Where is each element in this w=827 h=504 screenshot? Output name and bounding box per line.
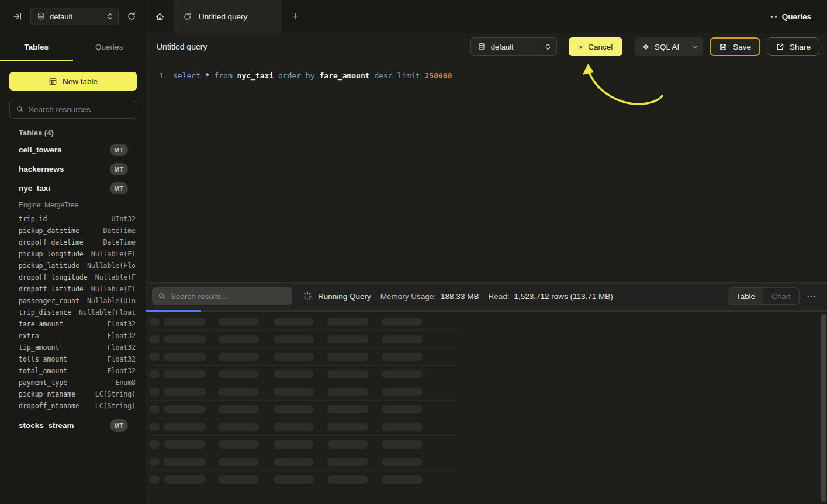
skeleton-row	[149, 366, 458, 383]
skeleton-cell	[164, 353, 206, 361]
skeleton-cell	[218, 353, 259, 361]
column-name: trip_distance	[19, 308, 71, 317]
chevron-updown-icon	[107, 12, 113, 20]
skeleton-row	[149, 348, 458, 366]
column-type: Nullable(Flo	[87, 262, 136, 270]
sidebar-tab-queries[interactable]: Queries	[73, 33, 146, 61]
column-type: Float32	[108, 320, 136, 328]
database-selector-value: default	[50, 12, 102, 21]
column-type: DateTime	[103, 238, 136, 246]
column-row[interactable]: payment_type Enum8	[0, 377, 146, 388]
column-row[interactable]: pickup_longitude Nullable(Fl	[0, 248, 146, 260]
column-name: dropoff_ntaname	[19, 402, 79, 410]
tab-untitled-query[interactable]: Untitled query	[174, 0, 282, 33]
column-row[interactable]: dropoff_datetime DateTime	[0, 237, 146, 248]
queries-link[interactable]: Queries	[782, 12, 811, 21]
sidebar-tab-tables[interactable]: Tables	[0, 33, 73, 61]
table-row-nyc-taxi[interactable]: nyc_taxi MT	[0, 179, 146, 198]
skeleton-cell	[149, 370, 160, 378]
tab-strip: Untitled query +	[146, 0, 309, 33]
skeleton-cell	[164, 405, 206, 413]
skeleton-row	[149, 401, 458, 418]
engine-badge: MT	[110, 182, 128, 194]
table-row-cell-towers[interactable]: cell_towers MT	[0, 140, 146, 159]
share-button[interactable]: Share	[767, 37, 819, 56]
skeleton-cell	[218, 423, 259, 431]
refresh-button[interactable]	[124, 9, 139, 23]
column-type: Nullable(F	[95, 273, 136, 281]
skeleton-cell	[149, 318, 160, 326]
close-icon: ×	[579, 43, 583, 51]
column-row[interactable]: tolls_amount Float32	[0, 353, 146, 365]
column-row[interactable]: dropoff_ntaname LC(String)	[0, 400, 146, 412]
skeleton-cell	[149, 335, 160, 343]
query-header: Untitled query default × Cancel	[146, 33, 827, 61]
results-scrollbar[interactable]	[821, 314, 826, 502]
skeleton-cell	[164, 440, 206, 449]
skeleton-cell	[382, 335, 423, 343]
query-database-value: default	[491, 43, 539, 51]
save-label: Save	[733, 43, 751, 51]
sidebar-tabs: Tables Queries	[0, 33, 146, 61]
memory-usage-value: 188.33 MB	[441, 292, 479, 301]
column-row[interactable]: fare_amount Float32	[0, 318, 146, 330]
column-name: payment_type	[19, 378, 67, 387]
ellipsis-icon: ⋯	[807, 291, 816, 301]
skeleton-cell	[218, 405, 259, 413]
new-table-button[interactable]: New table	[9, 72, 137, 91]
column-name: dropoff_longitude	[19, 273, 88, 281]
column-row[interactable]: pickup_ntaname LC(String)	[0, 388, 146, 400]
resource-search-input[interactable]	[29, 105, 132, 114]
query-status: Running Query	[318, 292, 371, 301]
save-icon	[719, 43, 728, 51]
skeleton-cell	[164, 388, 206, 396]
home-tab-button[interactable]	[146, 0, 174, 33]
skeleton-cell	[274, 423, 314, 431]
results-search-input[interactable]	[171, 292, 286, 301]
query-progress-fill	[146, 310, 201, 312]
resource-search	[9, 100, 136, 119]
table-name: hackernews	[19, 165, 64, 173]
column-name: extra	[19, 332, 39, 340]
code-line: 1 select * from nyc_taxi order by fare_a…	[155, 69, 827, 82]
sql-editor[interactable]: 1 select * from nyc_taxi order by fare_a…	[146, 61, 827, 82]
new-table-label: New table	[63, 77, 98, 86]
column-row[interactable]: pickup_latitude Nullable(Flo	[0, 260, 146, 272]
column-row[interactable]: trip_distance Nullable(Float	[0, 307, 146, 318]
sidebar-collapse-button[interactable]	[11, 9, 25, 23]
column-row[interactable]: extra Float32	[0, 330, 146, 342]
share-label: Share	[790, 43, 811, 51]
view-toggle-table[interactable]: Table	[728, 288, 763, 304]
query-database-selector[interactable]: default	[470, 37, 557, 56]
column-row[interactable]: trip_id UInt32	[0, 213, 146, 225]
read-label: Read:	[488, 292, 509, 301]
skeleton-row	[149, 453, 458, 471]
column-name: passenger_count	[19, 297, 79, 305]
sql-ai-main[interactable]: ❖ SQL AI	[635, 37, 687, 56]
database-selector[interactable]: default	[30, 8, 119, 25]
view-toggle-chart[interactable]: Chart	[763, 288, 799, 304]
results-menu-button[interactable]: ⋯	[807, 291, 816, 301]
column-type: Nullable(Fl	[91, 250, 136, 258]
table-row-hackernews[interactable]: hackernews MT	[0, 159, 146, 179]
column-row[interactable]: total_amount Float32	[0, 365, 146, 377]
column-row[interactable]: tip_amount Float32	[0, 342, 146, 353]
column-row[interactable]: pickup_datetime DateTime	[0, 225, 146, 237]
skeleton-cell	[274, 370, 314, 378]
skeleton-cell	[274, 458, 314, 466]
home-icon	[155, 12, 165, 22]
table-row-stocks-stream[interactable]: stocks_stream MT	[0, 416, 146, 435]
skeleton-cell	[149, 475, 160, 484]
main-panel: Untitled query default × Cancel	[146, 33, 827, 504]
new-tab-button[interactable]: +	[282, 0, 309, 33]
column-row[interactable]: dropoff_longitude Nullable(F	[0, 272, 146, 283]
column-type: Float32	[108, 355, 136, 363]
cancel-button[interactable]: × Cancel	[569, 37, 623, 56]
column-row[interactable]: dropoff_latitude Nullable(Fl	[0, 283, 146, 295]
skeleton-cell	[164, 370, 206, 378]
save-button[interactable]: Save	[710, 37, 760, 56]
sql-ai-dropdown[interactable]	[687, 37, 703, 56]
column-row[interactable]: passenger_count Nullable(UIn	[0, 295, 146, 307]
skeleton-cell	[382, 405, 423, 413]
sql-ai-button[interactable]: ❖ SQL AI	[635, 37, 703, 56]
